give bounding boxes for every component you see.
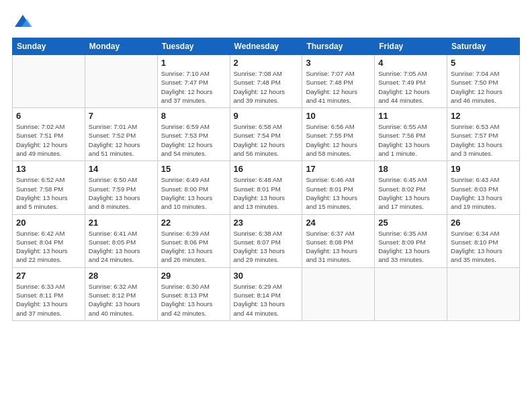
calendar-cell: 18Sunrise: 6:45 AM Sunset: 8:02 PM Dayli…: [375, 161, 447, 214]
calendar-cell: 6Sunrise: 7:02 AM Sunset: 7:51 PM Daylig…: [13, 108, 85, 161]
day-number: 30: [234, 271, 299, 281]
day-info: Sunrise: 6:30 AM Sunset: 8:13 PM Dayligh…: [161, 282, 226, 318]
day-info: Sunrise: 6:59 AM Sunset: 7:53 PM Dayligh…: [161, 122, 226, 158]
day-info: Sunrise: 7:10 AM Sunset: 7:47 PM Dayligh…: [161, 69, 226, 105]
logo-icon: [13, 12, 32, 31]
calendar-week-row: 13Sunrise: 6:52 AM Sunset: 7:58 PM Dayli…: [13, 161, 520, 214]
calendar-cell: 3Sunrise: 7:07 AM Sunset: 7:48 PM Daylig…: [302, 55, 375, 108]
calendar-table: SundayMondayTuesdayWednesdayThursdayFrid…: [12, 38, 520, 321]
day-info: Sunrise: 6:41 AM Sunset: 8:05 PM Dayligh…: [89, 229, 154, 265]
day-number: 29: [161, 271, 226, 281]
day-number: 16: [234, 164, 299, 174]
calendar-cell: [13, 55, 85, 108]
day-info: Sunrise: 6:39 AM Sunset: 8:06 PM Dayligh…: [161, 229, 226, 265]
calendar-cell: 29Sunrise: 6:30 AM Sunset: 8:13 PM Dayli…: [157, 267, 230, 320]
day-number: 12: [451, 111, 516, 121]
day-number: 28: [89, 271, 154, 281]
calendar-cell: 30Sunrise: 6:29 AM Sunset: 8:14 PM Dayli…: [230, 267, 302, 320]
day-number: 15: [161, 164, 226, 174]
calendar-cell: 10Sunrise: 6:56 AM Sunset: 7:55 PM Dayli…: [302, 108, 375, 161]
day-info: Sunrise: 6:38 AM Sunset: 8:07 PM Dayligh…: [234, 229, 299, 265]
day-info: Sunrise: 6:37 AM Sunset: 8:08 PM Dayligh…: [306, 229, 371, 265]
calendar-cell: [447, 267, 520, 320]
day-info: Sunrise: 7:07 AM Sunset: 7:48 PM Dayligh…: [306, 69, 371, 105]
calendar-cell: 24Sunrise: 6:37 AM Sunset: 8:08 PM Dayli…: [302, 214, 375, 267]
day-number: 27: [16, 271, 81, 281]
calendar-cell: 14Sunrise: 6:50 AM Sunset: 7:59 PM Dayli…: [85, 161, 157, 214]
day-number: 6: [16, 111, 81, 121]
calendar-cell: 9Sunrise: 6:58 AM Sunset: 7:54 PM Daylig…: [230, 108, 302, 161]
calendar-cell: [302, 267, 375, 320]
calendar-cell: 17Sunrise: 6:46 AM Sunset: 8:01 PM Dayli…: [302, 161, 375, 214]
day-info: Sunrise: 6:45 AM Sunset: 8:02 PM Dayligh…: [378, 175, 443, 211]
calendar-cell: 11Sunrise: 6:55 AM Sunset: 7:56 PM Dayli…: [375, 108, 447, 161]
day-info: Sunrise: 6:53 AM Sunset: 7:57 PM Dayligh…: [451, 122, 516, 158]
day-info: Sunrise: 7:02 AM Sunset: 7:51 PM Dayligh…: [16, 122, 81, 158]
day-number: 26: [451, 218, 516, 228]
day-number: 10: [306, 111, 371, 121]
day-info: Sunrise: 6:43 AM Sunset: 8:03 PM Dayligh…: [451, 175, 516, 211]
logo: [12, 12, 32, 31]
day-number: 3: [306, 58, 371, 68]
calendar-cell: 13Sunrise: 6:52 AM Sunset: 7:58 PM Dayli…: [13, 161, 85, 214]
day-number: 17: [306, 164, 371, 174]
calendar-week-row: 6Sunrise: 7:02 AM Sunset: 7:51 PM Daylig…: [13, 108, 520, 161]
calendar-cell: 26Sunrise: 6:34 AM Sunset: 8:10 PM Dayli…: [447, 214, 520, 267]
calendar-cell: 15Sunrise: 6:49 AM Sunset: 8:00 PM Dayli…: [157, 161, 230, 214]
day-number: 24: [306, 218, 371, 228]
day-info: Sunrise: 7:04 AM Sunset: 7:50 PM Dayligh…: [451, 69, 516, 105]
day-number: 23: [234, 218, 299, 228]
day-info: Sunrise: 6:34 AM Sunset: 8:10 PM Dayligh…: [451, 229, 516, 265]
day-info: Sunrise: 6:55 AM Sunset: 7:56 PM Dayligh…: [378, 122, 443, 158]
calendar-cell: 20Sunrise: 6:42 AM Sunset: 8:04 PM Dayli…: [13, 214, 85, 267]
day-info: Sunrise: 6:52 AM Sunset: 7:58 PM Dayligh…: [16, 175, 81, 211]
weekday-header-wednesday: Wednesday: [230, 38, 302, 55]
day-info: Sunrise: 6:50 AM Sunset: 7:59 PM Dayligh…: [89, 175, 154, 211]
header: [12, 12, 520, 31]
calendar-cell: [375, 267, 447, 320]
day-number: 9: [234, 111, 299, 121]
calendar-cell: 5Sunrise: 7:04 AM Sunset: 7:50 PM Daylig…: [447, 55, 520, 108]
calendar-cell: 21Sunrise: 6:41 AM Sunset: 8:05 PM Dayli…: [85, 214, 157, 267]
day-number: 8: [161, 111, 226, 121]
day-info: Sunrise: 6:42 AM Sunset: 8:04 PM Dayligh…: [16, 229, 81, 265]
day-info: Sunrise: 6:58 AM Sunset: 7:54 PM Dayligh…: [234, 122, 299, 158]
day-number: 13: [16, 164, 81, 174]
day-info: Sunrise: 7:08 AM Sunset: 7:48 PM Dayligh…: [234, 69, 299, 105]
day-number: 22: [161, 218, 226, 228]
day-info: Sunrise: 6:56 AM Sunset: 7:55 PM Dayligh…: [306, 122, 371, 158]
calendar-cell: 2Sunrise: 7:08 AM Sunset: 7:48 PM Daylig…: [230, 55, 302, 108]
page: SundayMondayTuesdayWednesdayThursdayFrid…: [0, 0, 532, 411]
calendar-cell: 27Sunrise: 6:33 AM Sunset: 8:11 PM Dayli…: [13, 267, 85, 320]
calendar-cell: 12Sunrise: 6:53 AM Sunset: 7:57 PM Dayli…: [447, 108, 520, 161]
day-info: Sunrise: 6:48 AM Sunset: 8:01 PM Dayligh…: [234, 175, 299, 211]
weekday-header-row: SundayMondayTuesdayWednesdayThursdayFrid…: [13, 38, 520, 55]
calendar-cell: 4Sunrise: 7:05 AM Sunset: 7:49 PM Daylig…: [375, 55, 447, 108]
day-number: 11: [378, 111, 443, 121]
calendar-cell: 8Sunrise: 6:59 AM Sunset: 7:53 PM Daylig…: [157, 108, 230, 161]
day-info: Sunrise: 6:35 AM Sunset: 8:09 PM Dayligh…: [378, 229, 443, 265]
calendar-cell: 23Sunrise: 6:38 AM Sunset: 8:07 PM Dayli…: [230, 214, 302, 267]
calendar-week-row: 27Sunrise: 6:33 AM Sunset: 8:11 PM Dayli…: [13, 267, 520, 320]
day-info: Sunrise: 6:49 AM Sunset: 8:00 PM Dayligh…: [161, 175, 226, 211]
day-number: 19: [451, 164, 516, 174]
weekday-header-saturday: Saturday: [447, 38, 520, 55]
day-number: 21: [89, 218, 154, 228]
calendar-cell: [85, 55, 157, 108]
day-number: 20: [16, 218, 81, 228]
day-info: Sunrise: 6:46 AM Sunset: 8:01 PM Dayligh…: [306, 175, 371, 211]
calendar-cell: 7Sunrise: 7:01 AM Sunset: 7:52 PM Daylig…: [85, 108, 157, 161]
weekday-header-thursday: Thursday: [302, 38, 375, 55]
calendar-cell: 16Sunrise: 6:48 AM Sunset: 8:01 PM Dayli…: [230, 161, 302, 214]
day-info: Sunrise: 6:29 AM Sunset: 8:14 PM Dayligh…: [234, 282, 299, 318]
day-number: 18: [378, 164, 443, 174]
day-number: 1: [161, 58, 226, 68]
weekday-header-sunday: Sunday: [13, 38, 85, 55]
weekday-header-monday: Monday: [85, 38, 157, 55]
calendar-cell: 22Sunrise: 6:39 AM Sunset: 8:06 PM Dayli…: [157, 214, 230, 267]
weekday-header-tuesday: Tuesday: [157, 38, 230, 55]
day-number: 5: [451, 58, 516, 68]
day-info: Sunrise: 6:33 AM Sunset: 8:11 PM Dayligh…: [16, 282, 81, 318]
calendar-cell: 1Sunrise: 7:10 AM Sunset: 7:47 PM Daylig…: [157, 55, 230, 108]
day-info: Sunrise: 7:05 AM Sunset: 7:49 PM Dayligh…: [378, 69, 443, 105]
